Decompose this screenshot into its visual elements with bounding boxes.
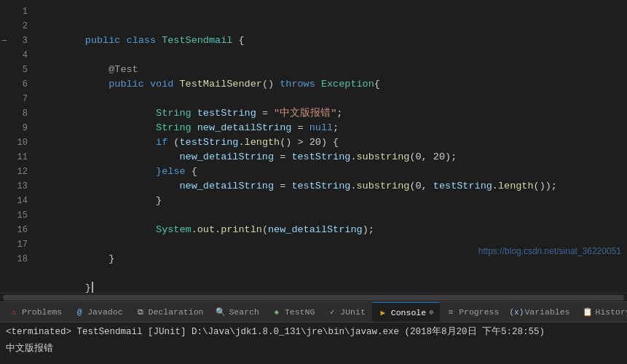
op-brace3: { [192,166,197,177]
op-paren4: ( [262,224,268,235]
indent-7 [85,122,156,133]
op-close3: } [85,282,91,293]
op-dot5: . [192,224,197,235]
line-num-5: 4 [23,48,28,63]
str-chinese: "中文版报错" [274,108,336,119]
cn-string2: String [156,122,197,133]
tab-junit-label: JUnit [340,307,366,317]
indent-16 [85,253,109,264]
collapse-cell-2 [0,19,9,33]
collapse-cell-4 [0,48,9,63]
collapse-cell-14 [0,194,9,208]
op-dot2: . [350,151,356,162]
tab-declaration[interactable]: ⧉ Declaration [130,302,210,323]
collapse-cell-18 [0,252,9,266]
code-line-1: public class TestSendmail { [38,19,627,33]
collapse-cell-1 [0,4,9,19]
op-paren: () [262,79,280,90]
line-num-4: 3 [23,33,28,48]
collapse-cell-9 [0,121,9,135]
tab-variables-label: Variables [524,307,569,317]
fn-testMailSender: TestMailSender [179,79,261,90]
javadoc-icon: @ [74,307,84,317]
collapse-cell-16 [0,223,9,237]
collapse-cell-5 [0,63,9,77]
fn-out: out [197,224,215,235]
keyword-public: public [85,35,127,46]
var-testString: testString [197,108,262,119]
tab-console-label: Console [391,308,426,317]
tab-junit[interactable]: ✓ JUnit [321,302,372,323]
tab-history[interactable]: 📋 History [577,302,628,323]
tab-javadoc[interactable]: @ Javadoc [68,302,129,323]
line-num-19: 18 [17,252,28,266]
line-num-10: 9 [23,121,28,135]
fn-println: println [221,224,262,235]
fn-length2: length [498,181,534,191]
line-num-14: 13 [17,179,28,194]
kw-if: if [156,137,173,148]
fn-length: length [245,137,280,148]
line-num-16: 15 [17,208,28,223]
indent-11 [85,181,180,191]
progress-icon: ≡ [446,307,456,317]
text-cursor [92,282,93,293]
line-num-3: 2 [23,19,28,33]
tab-search[interactable]: 🔍 Search [210,302,265,323]
line-num-9: 8 [23,106,28,121]
tab-javadoc-label: Javadoc [87,307,122,317]
tab-variables[interactable]: (x) Variables [505,302,576,323]
console-link-icon: ⊗ [429,308,433,317]
line-num-13: 12 [17,165,28,179]
testng-icon: ◈ [272,307,282,317]
collapse-cell-7 [0,92,9,106]
kw-public: public [109,79,150,90]
op-dot4: . [492,181,498,191]
collapse-cell-12 [0,165,9,179]
indent-10 [85,166,156,177]
tab-search-label: Search [229,307,259,317]
line-num-11: 10 [17,135,28,150]
op-eq2: = [297,122,309,133]
cn-string1: String [156,108,197,119]
tab-console[interactable]: ▶ Console ⊗ [372,302,440,323]
op-semi1: ; [336,108,342,119]
code-line-18: } [38,266,627,281]
cn-exception: Exception [321,79,374,90]
collapse-cell-10 [0,135,9,150]
var-testString5: testString [433,181,492,191]
var-testString2: testString [179,137,238,148]
kw-throws: throws [280,79,321,90]
code-line-3: @Test [38,48,627,63]
line-num-18: 17 [17,237,28,252]
line-num-8: 7 [23,92,28,106]
annotation-test: @Test [109,64,138,75]
collapse-cell-3[interactable]: − [0,33,9,48]
indent-9 [85,151,180,162]
left-gutter: − [0,3,9,293]
op-semi2: ; [333,122,339,133]
line-num-7: 6 [23,77,28,92]
scrollbar-track[interactable] [3,295,624,301]
op-dot6: . [215,224,221,235]
tab-problems[interactable]: ⚠ Problems [3,302,68,323]
tab-testng[interactable]: ◈ TestNG [266,302,321,323]
collapse-cell-6 [0,77,9,92]
kw-null: null [309,122,333,133]
tab-progress[interactable]: ≡ Progress [440,302,505,323]
horizontal-scrollbar[interactable] [0,293,627,301]
op-close: ); [363,224,374,235]
op-paren3: () > 20) { [280,137,339,148]
editor-area: − 1 2 3 4 5 6 7 8 [0,0,627,301]
op-dot3: . [350,181,356,191]
var-newDetail: new_detailString [197,122,298,133]
op-eq3: = [280,151,291,162]
code-line-6: String testString = "中文版报错"; [38,92,627,106]
kw-else: }else [156,166,192,177]
op-brace: { [238,35,244,46]
line-numbers: 1 2 3 4 5 6 7 8 9 10 11 12 13 14 15 16 1… [9,3,32,293]
declaration-icon: ⧉ [135,307,146,317]
line-num-12: 11 [17,150,28,165]
op-args3: ()); [534,181,557,191]
collapse-cell-17 [0,237,9,252]
